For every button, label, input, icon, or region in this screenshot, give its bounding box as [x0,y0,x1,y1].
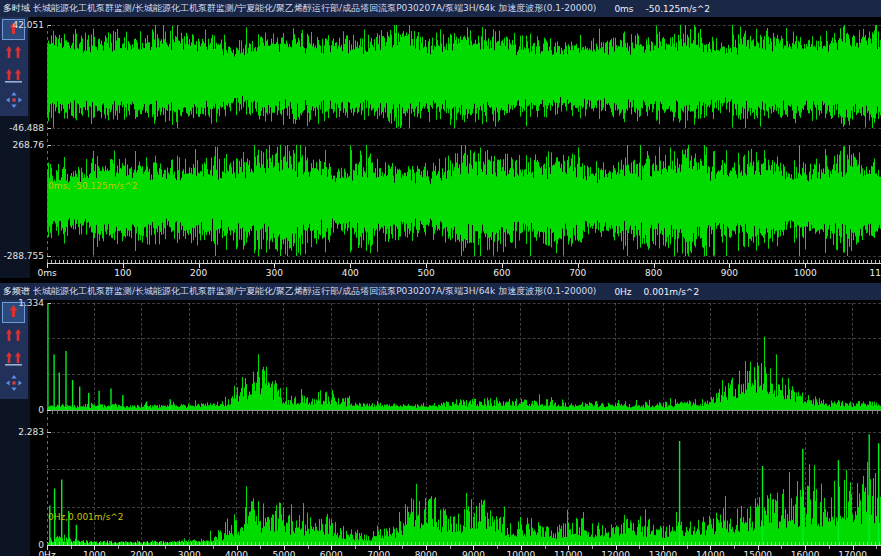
axis-tick-label: 10000 [507,550,536,556]
axis-tick-label: 2000 [130,550,153,556]
y-min-label: -288.755 [0,251,44,261]
time-plot-area[interactable]: 0ms, -50.125m/s^2 0ms1002003004005006007… [30,17,881,278]
axis-tick-label: 400 [342,268,359,278]
axis-line [47,263,881,264]
y-max-label: 42.051 [0,20,44,30]
y-label-tick [47,545,51,546]
axis-tick-label: 13000 [649,550,678,556]
panel-title: 多时域 [3,2,33,15]
axis-tick-label: 800 [645,268,662,278]
axis-tick-label: 9000 [462,550,485,556]
waveform-plot-2[interactable]: 0ms, -50.125m/s^2 [47,145,881,256]
time-cursor-line[interactable] [47,25,48,264]
axis-tick-label: 300 [266,268,283,278]
axis-tick-label: 0ms [37,268,56,278]
level-dash-line [47,256,881,257]
time-x-axis: 0ms10020030040050060070080090010001100 [47,260,881,276]
axis-minor-tick [497,546,498,549]
axis-tick-label: 500 [417,268,434,278]
tool-group [0,17,28,116]
axis-tick-label: 700 [569,268,586,278]
axis-minor-tick [355,546,356,549]
spectrum-plot-1[interactable] [47,303,881,410]
axis-minor-tick [687,546,688,549]
y-max-label: 268.76 [0,140,44,150]
pan-tool[interactable] [2,374,25,395]
move-icon [6,375,22,395]
time-panel-header: 多时域 长城能源化工机泵群监测/长城能源化工机泵群监测/宁夏能化/聚乙烯醇运行部… [0,0,881,17]
double-cursor-tool[interactable] [2,43,25,64]
axis-minor-tick [165,546,166,549]
axis-minor-tick [308,546,309,549]
axis-tick-label: 17000 [838,550,867,556]
axis-tick-label: 5000 [272,550,295,556]
axis-tick-label: 200 [190,268,207,278]
axis-tick-label: 7000 [367,550,390,556]
spectrum-panel: 多频谱 长城能源化工机泵群监测/长城能源化工机泵群监测/宁夏能化/聚乙烯醇运行部… [0,283,881,556]
axis-minor-tick [213,546,214,549]
measurement-path: 长城能源化工机泵群监测/长城能源化工机泵群监测/宁夏能化/聚乙烯醇运行部/成品塔… [33,2,596,15]
vibration-analysis-app: 多时域 长城能源化工机泵群监测/长城能源化工机泵群监测/宁夏能化/聚乙烯醇运行部… [0,0,881,556]
axis-tick-label: 600 [493,268,510,278]
spectrum-cursor-line[interactable] [47,303,48,545]
axis-minor-tick [450,546,451,549]
axis-tick-label: 3000 [178,550,201,556]
y-max-label: 2.283 [0,427,44,437]
double-arrow-up-icon [5,327,22,346]
axis-tick-label: 6000 [320,550,343,556]
axis-tick-label: 1000 [794,268,817,278]
y-min-label: 0 [0,405,44,415]
spectrum-plot-2[interactable]: 0Hz,0.001m/s^2 [47,432,881,545]
cursor-annotation: 0ms, -50.125m/s^2 [48,181,137,191]
cursor-x-readout: 0ms [614,4,633,14]
move-icon [6,92,22,112]
tool-group [0,300,28,399]
axis-minor-tick [402,546,403,549]
axis-minor-tick [592,546,593,549]
cursor-value-readout: 0.001m/s^2 [644,287,700,297]
waveform-trace [47,25,881,128]
waveform-plot-1[interactable] [47,25,881,128]
harmonic-cursor-tool[interactable] [2,350,25,371]
axis-tick-label: 14000 [696,550,725,556]
axis-minor-tick [734,546,735,549]
spectrum-panel-header: 多频谱 长城能源化工机泵群监测/长城能源化工机泵群监测/宁夏能化/聚乙烯醇运行部… [0,283,881,300]
cursor-annotation: 0Hz,0.001m/s^2 [48,512,124,522]
axis-tick-label: 4000 [225,550,248,556]
axis-minor-tick [829,546,830,549]
harmonic-cursor-tool[interactable] [2,67,25,88]
axis-tick-label: 0Hz [38,550,55,556]
axis-minor-tick [876,546,877,549]
axis-minor-tick [545,546,546,549]
spectrum-1-baseline [47,410,881,414]
level-dash-line [47,128,881,129]
double-arrow-up-icon [5,44,22,63]
axis-line [47,545,881,546]
double-arrow-up-baseline-icon [5,351,22,370]
time-domain-panel: 多时域 长城能源化工机泵群监测/长城能源化工机泵群监测/宁夏能化/聚乙烯醇运行部… [0,0,881,278]
axis-tick-label: 1100 [870,268,881,278]
y-min-label: 0 [0,540,44,550]
double-cursor-tool[interactable] [2,326,25,347]
axis-tick-label: 900 [721,268,738,278]
panel-title: 多频谱 [3,285,33,298]
measurement-path: 长城能源化工机泵群监测/长城能源化工机泵群监测/宁夏能化/聚乙烯醇运行部/成品塔… [33,285,596,298]
axis-tick-label: 12000 [601,550,630,556]
axis-minor-tick [639,546,640,549]
waveform-trace [47,145,881,256]
frequency-x-axis: 0Hz1000200030004000500060007000800090001… [47,542,881,556]
pan-tool[interactable] [2,91,25,112]
axis-tick-label: 1000 [83,550,106,556]
axis-tick-label: 100 [114,268,131,278]
axis-minor-tick [118,546,119,549]
axis-tick-label: 16000 [791,550,820,556]
axis-tick-label: 11000 [554,550,583,556]
axis-tick-label: 15000 [743,550,772,556]
spectrum-plot-area[interactable]: 0Hz,0.001m/s^2 0Hz1000200030004000500060… [30,300,881,556]
cursor-x-readout: 0Hz [614,287,631,297]
y-max-label: 1.334 [0,298,44,308]
axis-minor-tick [71,546,72,549]
axis-minor-tick [781,546,782,549]
spectrum-trace [47,432,881,545]
spectrum-trace [47,303,881,410]
